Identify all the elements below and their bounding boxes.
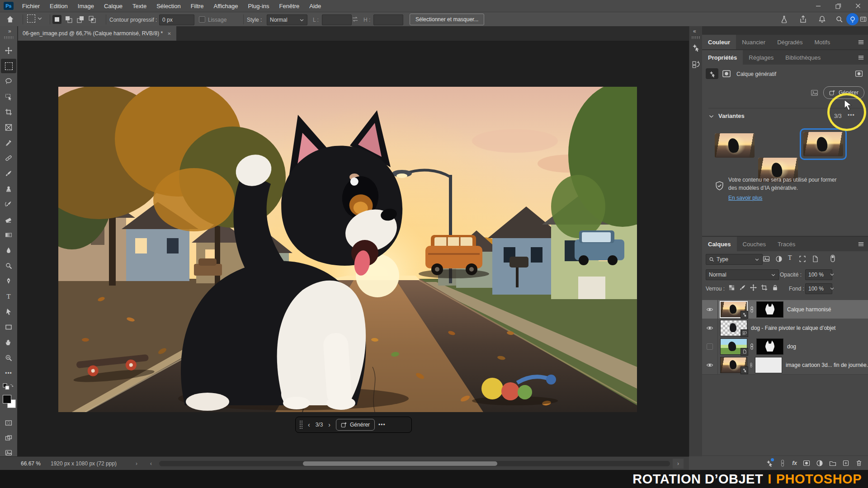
filter-kind-text-button[interactable]: T xyxy=(788,254,792,262)
swap-dimensions-button[interactable] xyxy=(352,16,359,23)
add-mask-icon[interactable] xyxy=(803,460,810,467)
path-selection-tool[interactable] xyxy=(1,305,16,319)
smoothing-checkbox[interactable] xyxy=(199,16,205,23)
search-button[interactable] xyxy=(835,15,843,23)
lock-transparency-button[interactable] xyxy=(728,284,735,291)
tab-couleur[interactable]: Couleur xyxy=(702,35,736,49)
move-tool[interactable] xyxy=(1,43,16,58)
layer-thumbnail[interactable] xyxy=(721,320,747,336)
variants-collapse-chevron-icon[interactable] xyxy=(708,113,714,119)
lock-pixels-button[interactable] xyxy=(739,284,746,291)
menu-image[interactable]: Image xyxy=(73,0,99,12)
canvas-area[interactable]: ‹ 3/3 › Générer ••• xyxy=(17,41,689,456)
menu-texte[interactable]: Texte xyxy=(127,0,151,12)
previous-variation-button[interactable]: ‹ xyxy=(306,421,312,428)
collapse-panels-button[interactable]: « xyxy=(693,28,696,34)
layer-mask-thumbnail[interactable] xyxy=(755,357,782,373)
generative-fill-button[interactable] xyxy=(766,460,773,467)
dodge-tool[interactable] xyxy=(1,258,16,273)
opacity-input[interactable]: 100 % xyxy=(805,269,832,280)
status-chevron-right[interactable]: › xyxy=(136,460,137,467)
layer-name[interactable]: dog - Faire pivoter le calque d’objet xyxy=(751,325,835,331)
generate-button-canvas[interactable]: Générer xyxy=(336,419,375,431)
tab-close-icon[interactable]: ✕ xyxy=(167,31,171,36)
discover-button[interactable] xyxy=(846,13,859,25)
visibility-toggle[interactable] xyxy=(702,319,718,337)
clone-stamp-tool[interactable] xyxy=(1,182,16,196)
generative-fill-panel-button[interactable] xyxy=(692,43,700,52)
menu-aide[interactable]: Aide xyxy=(304,0,326,12)
panel-menu-icon[interactable] xyxy=(858,54,864,61)
tab-motifs[interactable]: Motifs xyxy=(809,35,836,49)
pen-tool[interactable] xyxy=(1,274,16,288)
menu-calque[interactable]: Calque xyxy=(99,0,127,12)
filter-kind-image-button[interactable] xyxy=(763,255,770,263)
height-input[interactable] xyxy=(373,14,403,25)
adjustment-layer-icon[interactable] xyxy=(816,460,823,467)
foreground-color-swatch[interactable] xyxy=(3,395,11,404)
visibility-toggle[interactable] xyxy=(702,356,718,374)
dock-grip-handle[interactable] xyxy=(691,36,700,39)
layer-name[interactable]: Calque harmonisé xyxy=(787,306,831,313)
fill-input[interactable]: 100 % xyxy=(805,283,832,294)
tool-preset-marquee[interactable] xyxy=(27,14,42,23)
notifications-button[interactable] xyxy=(818,15,826,23)
gradient-tool[interactable] xyxy=(1,228,16,242)
filter-kind-shape-button[interactable] xyxy=(799,255,806,263)
menu-edition[interactable]: Edition xyxy=(45,0,73,12)
horizontal-scrollbar-thumb[interactable] xyxy=(303,461,497,466)
width-input[interactable] xyxy=(322,14,352,25)
window-restore-button[interactable] xyxy=(828,0,848,12)
bar-grip-handle[interactable] xyxy=(299,420,302,429)
edit-toolbar-button[interactable]: ••• xyxy=(1,366,16,380)
lock-all-button[interactable] xyxy=(772,284,778,291)
selection-mode-subtract-button[interactable] xyxy=(76,15,85,24)
layer-thumbnail[interactable] xyxy=(721,357,747,373)
screen-mode-button[interactable] xyxy=(1,431,16,446)
blend-mode-select[interactable]: Normal xyxy=(706,269,779,280)
menu-selection[interactable]: Sélection xyxy=(151,0,185,12)
properties-options-icon[interactable] xyxy=(855,70,863,78)
workspace-switcher-button[interactable] xyxy=(860,16,867,23)
opacity-chevron-icon[interactable] xyxy=(830,272,835,277)
selection-mode-add-button[interactable] xyxy=(64,15,73,24)
style-select[interactable]: Normal xyxy=(267,14,307,25)
panel-menu-icon[interactable] xyxy=(858,39,864,46)
select-and-mask-button[interactable]: Sélectionner et masquer... xyxy=(410,14,484,25)
layer-thumbnail[interactable] xyxy=(721,302,747,317)
tab-bibliotheques[interactable]: Bibliothèques xyxy=(779,50,826,65)
layer-row-dog-rotate[interactable]: dog - Faire pivoter le calque d’objet xyxy=(702,319,868,338)
layer-row-calque-harmonise[interactable]: Calque harmonisé xyxy=(702,300,868,319)
window-minimize-button[interactable] xyxy=(808,0,828,12)
layer-name[interactable]: dog xyxy=(787,343,796,350)
tab-proprietes[interactable]: Propriétés xyxy=(702,50,743,65)
zoom-level-field[interactable]: 66.67 % xyxy=(21,460,41,467)
hand-tool[interactable] xyxy=(1,335,16,350)
link-layers-icon[interactable] xyxy=(779,460,786,467)
document-tab[interactable]: 06-gen_image.psd @ 66,7% (Calque harmoni… xyxy=(18,26,176,41)
next-variation-button[interactable]: › xyxy=(326,421,332,428)
lock-position-button[interactable] xyxy=(750,284,757,291)
frame-tool[interactable] xyxy=(1,120,16,135)
object-selection-tool[interactable] xyxy=(1,89,16,104)
new-group-icon[interactable] xyxy=(829,460,836,467)
tab-traces[interactable]: Tracés xyxy=(772,237,801,251)
horizontal-scrollbar[interactable] xyxy=(159,461,670,466)
rectangular-marquee-tool[interactable] xyxy=(1,59,16,73)
quick-mask-button[interactable] xyxy=(1,416,16,430)
history-brush-tool[interactable] xyxy=(1,197,16,211)
visibility-toggle[interactable] xyxy=(702,337,718,356)
color-swatches[interactable] xyxy=(3,395,14,407)
tab-couches[interactable]: Couches xyxy=(737,237,772,251)
eraser-tool[interactable] xyxy=(1,212,16,227)
swap-colors-button[interactable] xyxy=(3,383,14,391)
eyedropper-tool[interactable] xyxy=(1,136,16,150)
healing-brush-tool[interactable] xyxy=(1,151,16,165)
delete-layer-icon[interactable] xyxy=(855,460,863,467)
document-image[interactable] xyxy=(58,87,637,412)
selection-mode-intersect-button[interactable] xyxy=(88,15,97,24)
menu-filtre[interactable]: Filtre xyxy=(186,0,209,12)
filter-kind-smartobject-button[interactable] xyxy=(811,255,819,263)
feather-input[interactable]: 0 px xyxy=(159,14,194,25)
menu-fichier[interactable]: Fichier xyxy=(17,0,45,12)
